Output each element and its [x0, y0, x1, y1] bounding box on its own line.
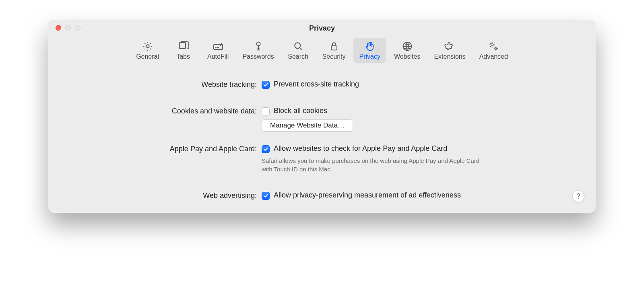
tab-autofill[interactable]: AutoFill — [202, 38, 234, 63]
tab-tabs[interactable]: Tabs — [167, 38, 199, 63]
tab-label: Websites — [394, 53, 421, 60]
tab-label: General — [136, 53, 159, 60]
svg-point-11 — [495, 48, 497, 50]
tab-label: AutoFill — [207, 53, 229, 60]
close-window-button[interactable] — [56, 25, 61, 31]
tab-general[interactable]: General — [130, 38, 165, 63]
tabs-icon — [177, 40, 189, 52]
svg-point-4 — [217, 47, 217, 48]
svg-point-3 — [215, 47, 216, 48]
tab-label: Search — [288, 53, 308, 60]
preferences-toolbar: General Tabs — [48, 36, 596, 67]
traffic-lights — [56, 25, 80, 31]
key-icon — [252, 40, 264, 52]
autofill-icon — [212, 40, 224, 52]
apple-pay-check-checkbox[interactable] — [262, 145, 270, 153]
lock-icon — [328, 40, 340, 52]
apple-pay-check-text: Allow websites to check for Apple Pay an… — [274, 144, 447, 153]
apple-pay-label: Apple Pay and Apple Card: — [64, 144, 262, 153]
tab-label: Advanced — [479, 53, 508, 60]
manage-website-data-button[interactable]: Manage Website Data… — [262, 119, 353, 132]
svg-point-5 — [218, 47, 219, 48]
tab-label: Extensions — [434, 53, 465, 60]
block-all-cookies-checkbox[interactable] — [262, 107, 270, 115]
tab-websites[interactable]: Websites — [388, 38, 426, 63]
globe-icon — [401, 40, 413, 52]
cookies-label: Cookies and website data: — [64, 107, 262, 115]
gears-icon — [487, 40, 500, 52]
svg-rect-2 — [214, 44, 223, 49]
zoom-window-button[interactable] — [75, 25, 80, 31]
web-advertising-label: Web advertising: — [64, 191, 262, 200]
svg-rect-1 — [180, 43, 186, 49]
puzzle-icon — [444, 40, 456, 52]
block-all-cookies-text: Block all cookies — [274, 107, 327, 115]
svg-point-7 — [295, 43, 300, 48]
website-tracking-label: Website tracking: — [64, 80, 262, 89]
hand-icon — [364, 40, 376, 52]
search-icon — [292, 40, 304, 52]
privacy-pane: Website tracking: Prevent cross-site tra… — [48, 67, 596, 213]
tab-label: Passwords — [242, 53, 274, 60]
tab-extensions[interactable]: Extensions — [428, 38, 471, 63]
tab-advanced[interactable]: Advanced — [474, 38, 514, 63]
prevent-cross-site-tracking-text: Prevent cross-site tracking — [274, 80, 359, 88]
apple-pay-description: Safari allows you to make purchases on t… — [262, 156, 487, 173]
help-button[interactable]: ? — [572, 190, 584, 202]
gear-icon — [142, 40, 154, 52]
tab-label: Privacy — [359, 53, 380, 60]
ad-measurement-checkbox[interactable] — [262, 192, 270, 200]
svg-rect-8 — [331, 46, 337, 50]
prevent-cross-site-tracking-checkbox[interactable] — [262, 81, 270, 89]
preferences-window: Privacy General Ta — [48, 20, 596, 213]
tab-search[interactable]: Search — [282, 38, 314, 63]
tab-security[interactable]: Security — [317, 38, 351, 63]
svg-point-10 — [491, 44, 493, 46]
tab-passwords[interactable]: Passwords — [237, 38, 279, 63]
tab-label: Tabs — [176, 53, 190, 60]
minimize-window-button[interactable] — [65, 25, 71, 31]
tab-label: Security — [322, 53, 346, 60]
ad-measurement-text: Allow privacy-preserving measurement of … — [274, 191, 461, 199]
tab-privacy[interactable]: Privacy — [353, 38, 386, 63]
svg-point-6 — [256, 42, 260, 46]
help-icon: ? — [576, 192, 580, 201]
titlebar: Privacy — [48, 20, 596, 36]
svg-point-0 — [146, 45, 149, 47]
window-title: Privacy — [309, 24, 335, 33]
